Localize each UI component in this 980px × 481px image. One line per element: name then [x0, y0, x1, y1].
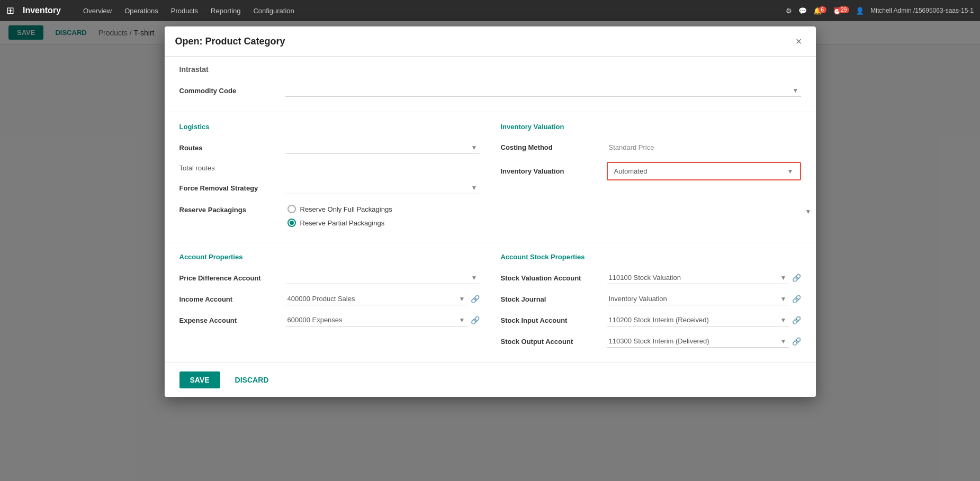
income-account-wrapper[interactable]: 400000 Product Sales ▼ — [285, 293, 467, 305]
account-stock-properties-header: Account Stock Properties — [501, 253, 801, 261]
stock-input-label: Stock Input Account — [501, 316, 607, 324]
app-name: Inventory — [23, 6, 61, 15]
routes-wrapper[interactable]: ▼ — [285, 141, 480, 154]
income-account-label: Income Account — [179, 295, 285, 303]
stock-journal-select[interactable]: Inventory Valuation — [607, 293, 789, 305]
expense-account-ext-link-icon[interactable]: 🔗 — [471, 316, 480, 324]
modal-body: Intrastat Commodity Code ▼ Logistics — [165, 57, 816, 362]
expense-account-field: 600000 Expenses ▼ 🔗 — [285, 314, 480, 326]
account-properties-header: Account Properties — [179, 253, 480, 261]
stock-input-field: 110200 Stock Interim (Received) ▼ 🔗 — [607, 314, 801, 326]
account-properties-left: Account Properties Price Difference Acco… — [179, 251, 480, 352]
stock-input-select[interactable]: 110200 Stock Interim (Received) — [607, 314, 789, 326]
nav-icons: ⚙ 💬 🔔6 ⏰29 👤 Mitchell Admin /15695063-sa… — [786, 7, 974, 15]
stock-output-label: Stock Output Account — [501, 338, 607, 346]
stock-valuation-field: 110100 Stock Valuation ▼ 🔗 — [607, 271, 801, 284]
costing-method-row: Costing Method Standard Price ▼ — [501, 137, 801, 158]
modal-overlay: Open: Product Category × Intrastat Commo… — [0, 21, 980, 481]
nav-items: Overview Operations Products Reporting C… — [78, 5, 300, 17]
commodity-code-wrapper[interactable]: ▼ — [285, 84, 801, 97]
total-routes-row: Total routes — [179, 158, 480, 177]
stock-output-field: 110300 Stock Interim (Delivered) ▼ 🔗 — [607, 335, 801, 348]
discuss-icon[interactable]: 💬 — [798, 7, 807, 15]
radio-full-packagings[interactable]: Reserve Only Full Packagings — [287, 205, 392, 213]
inventory-valuation-row: Inventory Valuation Manual Automated ▼ — [501, 158, 801, 185]
income-account-field: 400000 Product Sales ▼ 🔗 — [285, 293, 480, 305]
app-grid-icon[interactable]: ⊞ — [6, 5, 14, 16]
radio-partial-packagings[interactable]: Reserve Partial Packagings — [287, 219, 392, 227]
income-account-ext-link-icon[interactable]: 🔗 — [471, 295, 480, 303]
inventory-valuation-select[interactable]: Manual Automated — [612, 165, 796, 177]
inventory-valuation-header: Inventory Valuation — [501, 123, 801, 131]
logistics-inventory-section: Logistics Routes ▼ Total routes — [165, 112, 816, 242]
radio-full-packagings-label: Reserve Only Full Packagings — [300, 205, 392, 213]
logistics-header: Logistics — [179, 123, 480, 131]
reserve-packagings-row: Reserve Packagings Reserve Only Full Pac… — [179, 198, 480, 231]
stock-output-ext-link-icon[interactable]: 🔗 — [792, 337, 801, 346]
force-removal-wrapper[interactable]: ▼ — [285, 181, 480, 194]
income-account-row: Income Account 400000 Product Sales ▼ 🔗 — [179, 288, 480, 310]
inventory-valuation-select-wrapper[interactable]: Manual Automated ▼ — [612, 165, 796, 177]
stock-journal-ext-link-icon[interactable]: 🔗 — [792, 295, 801, 303]
force-removal-select[interactable] — [285, 181, 480, 194]
nav-products[interactable]: Products — [166, 5, 203, 17]
stock-output-select[interactable]: 110300 Stock Interim (Delivered) — [607, 335, 789, 348]
nav-reporting[interactable]: Reporting — [205, 5, 246, 17]
stock-journal-label: Stock Journal — [501, 295, 607, 303]
inventory-valuation-highlighted-field: Manual Automated ▼ — [607, 162, 801, 180]
expense-account-row: Expense Account 600000 Expenses ▼ 🔗 — [179, 310, 480, 331]
expense-account-label: Expense Account — [179, 316, 285, 324]
modal-footer: SAVE DISCARD — [165, 362, 816, 397]
reserve-packagings-radio-group: Reserve Only Full Packagings Reserve Par… — [287, 205, 392, 227]
radio-partial-packagings-indicator — [287, 219, 296, 227]
costing-method-label: Costing Method — [501, 143, 607, 151]
inventory-valuation-section: Inventory Valuation Costing Method Stand… — [501, 121, 801, 231]
expense-account-wrapper[interactable]: 600000 Expenses ▼ — [285, 314, 467, 326]
reserve-packagings-label: Reserve Packagings — [179, 205, 285, 214]
stock-valuation-select[interactable]: 110100 Stock Valuation — [607, 271, 789, 284]
nav-overview[interactable]: Overview — [78, 5, 117, 17]
stock-valuation-wrapper[interactable]: 110100 Stock Valuation ▼ — [607, 271, 789, 284]
routes-row: Routes ▼ — [179, 137, 480, 158]
commodity-code-row: Commodity Code ▼ — [179, 80, 801, 101]
top-navigation: ⊞ Inventory Overview Operations Products… — [0, 0, 980, 21]
user-info[interactable]: Mitchell Admin /15695063-saas-15-1 — [870, 7, 974, 14]
stock-valuation-row: Stock Valuation Account 110100 Stock Val… — [501, 267, 801, 288]
stock-valuation-ext-link-icon[interactable]: 🔗 — [792, 274, 801, 282]
modal-title: Open: Product Category — [175, 36, 285, 47]
activity-icon[interactable]: ⏰29 — [833, 7, 849, 15]
stock-output-wrapper[interactable]: 110300 Stock Interim (Delivered) ▼ — [607, 335, 789, 348]
radio-partial-packagings-label: Reserve Partial Packagings — [300, 219, 385, 227]
intrastat-label: Intrastat — [179, 65, 801, 74]
commodity-code-label: Commodity Code — [179, 87, 285, 95]
user-icon[interactable]: 👤 — [856, 7, 864, 15]
settings-icon[interactable]: ⚙ — [786, 7, 792, 15]
notification-icon[interactable]: 🔔6 — [813, 7, 827, 15]
price-diff-label: Price Difference Account — [179, 274, 285, 282]
commodity-code-select[interactable] — [285, 84, 801, 97]
modal-save-button[interactable]: SAVE — [179, 371, 220, 388]
nav-configuration[interactable]: Configuration — [248, 5, 299, 17]
stock-input-wrapper[interactable]: 110200 Stock Interim (Received) ▼ — [607, 314, 789, 326]
stock-valuation-label: Stock Valuation Account — [501, 274, 607, 282]
inventory-valuation-field-label: Inventory Valuation — [501, 167, 607, 175]
stock-journal-wrapper[interactable]: Inventory Valuation ▼ — [607, 293, 789, 305]
modal-discard-button[interactable]: DISCARD — [229, 371, 275, 388]
total-routes-label: Total routes — [179, 164, 285, 172]
price-diff-select[interactable] — [285, 271, 480, 284]
expense-account-select[interactable]: 600000 Expenses — [285, 314, 467, 326]
force-removal-row: Force Removal Strategy ▼ — [179, 177, 480, 198]
radio-full-packagings-indicator — [287, 205, 296, 213]
nav-operations[interactable]: Operations — [119, 5, 164, 17]
routes-select[interactable] — [285, 141, 480, 154]
stock-journal-row: Stock Journal Inventory Valuation ▼ 🔗 — [501, 288, 801, 310]
stock-input-row: Stock Input Account 110200 Stock Interim… — [501, 310, 801, 331]
costing-method-arrow-icon: ▼ — [805, 208, 812, 215]
account-stock-properties-right: Account Stock Properties Stock Valuation… — [501, 251, 801, 352]
logistics-section: Logistics Routes ▼ Total routes — [179, 121, 480, 231]
modal-close-button[interactable]: × — [793, 35, 805, 48]
stock-input-ext-link-icon[interactable]: 🔗 — [792, 316, 801, 324]
price-diff-wrapper[interactable]: ▼ — [285, 271, 480, 284]
force-removal-label: Force Removal Strategy — [179, 184, 285, 192]
income-account-select[interactable]: 400000 Product Sales — [285, 293, 467, 305]
